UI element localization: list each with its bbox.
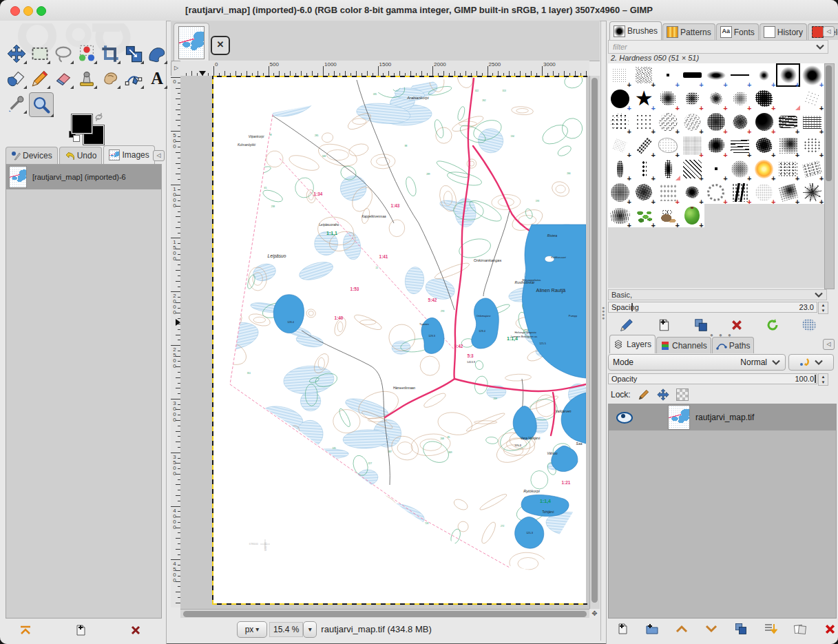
brush-cell-star[interactable]: ★+ xyxy=(632,87,656,110)
tab-devices[interactable]: Devices xyxy=(6,147,58,164)
tool-color-picker[interactable] xyxy=(7,94,26,113)
brush-cell-smoke[interactable]: + xyxy=(776,134,800,157)
brush-cell-bar[interactable]: + xyxy=(680,63,704,87)
tool-free-select[interactable] xyxy=(54,44,73,63)
brush-cell-noise[interactable]: + xyxy=(704,110,729,134)
raise-to-top-button[interactable] xyxy=(14,621,37,639)
brush-cell-specks[interactable]: + xyxy=(776,157,800,180)
tab-layers[interactable]: Layers xyxy=(609,335,656,353)
brush-cell-hlines[interactable]: + xyxy=(728,134,752,157)
brush-cell-circle[interactable]: + xyxy=(608,87,632,110)
brush-cell-hatchrect[interactable]: + xyxy=(800,110,824,134)
open-brush-as-image-button[interactable] xyxy=(802,319,816,331)
brush-cell-fsplat[interactable]: + xyxy=(728,87,752,110)
vertical-ruler[interactable]: 050010001500200025003000350040004500 xyxy=(171,76,181,607)
tab-patterns[interactable]: Patterns xyxy=(662,23,715,40)
new-brush-button[interactable] xyxy=(657,318,671,333)
brush-cell-line[interactable]: + xyxy=(728,63,752,87)
tool-move[interactable] xyxy=(7,44,26,63)
delete-image-button[interactable] xyxy=(124,621,147,639)
brush-cell-drips[interactable]: + xyxy=(632,157,656,180)
image-list-item[interactable]: [rautjarvi_map] (imported)-6 xyxy=(6,165,161,189)
zoom-select-button[interactable]: ▾ xyxy=(303,621,317,638)
brush-cell-figs[interactable]: + xyxy=(656,180,680,204)
brush-cell-soft-s[interactable]: + xyxy=(752,63,776,87)
brush-cell-dot[interactable]: + xyxy=(704,157,729,180)
brush-cell-speck[interactable]: + xyxy=(608,134,632,157)
tool-pencil[interactable] xyxy=(30,69,50,88)
layers-dock-collapse-button[interactable]: ◁ xyxy=(823,339,835,350)
brush-cell-blot[interactable]: + xyxy=(704,134,729,157)
delete-brush-button[interactable] xyxy=(731,319,743,331)
brush-cell-specks[interactable]: + xyxy=(800,157,824,180)
spacing-spinner[interactable]: ▲▼ xyxy=(818,302,828,314)
tool-smudge[interactable] xyxy=(101,69,120,88)
brush-cell-rough[interactable]: + xyxy=(776,110,800,134)
duplicate-layer-button[interactable] xyxy=(729,620,753,638)
swap-colors-icon[interactable] xyxy=(94,112,105,122)
new-layer-group-button[interactable] xyxy=(640,620,664,638)
canvas-horizontal-scrollbar[interactable] xyxy=(180,609,589,619)
brush-cell-blot[interactable]: + xyxy=(680,180,704,204)
image-tab-active[interactable] xyxy=(174,23,209,61)
tab-fonts[interactable]: AaFonts xyxy=(716,23,759,40)
brush-cell-dsplat[interactable]: + xyxy=(752,87,776,110)
tool-rectangle-select[interactable] xyxy=(30,44,50,63)
brush-cell-sketch[interactable]: + xyxy=(656,134,680,157)
brush-cell-wilber[interactable]: + xyxy=(656,204,680,227)
brush-cell-noise[interactable]: + xyxy=(728,110,752,134)
brush-cell-noise[interactable]: + xyxy=(632,180,656,204)
navigation-preview-button[interactable]: ✥ xyxy=(589,609,600,618)
canvas-vertical-scrollbar[interactable] xyxy=(589,76,600,609)
brush-cell-cells[interactable]: + xyxy=(680,110,704,134)
tool-crop[interactable] xyxy=(101,44,120,63)
brush-cell-ring[interactable]: + xyxy=(704,180,729,204)
filter-chevron-icon[interactable] xyxy=(815,44,825,50)
lock-position-icon[interactable] xyxy=(657,388,669,401)
tool-zoom[interactable] xyxy=(29,92,54,117)
spacing-slider[interactable]: Spacing 23.0 xyxy=(608,302,817,313)
unit-select[interactable]: px▾ xyxy=(237,621,267,638)
title-bar[interactable]: [rautjarvi_map] (imported)-6.0 (RGB colo… xyxy=(0,0,838,21)
brush-cell-ftex[interactable]: + xyxy=(752,180,776,204)
brush-cell-splat[interactable]: + xyxy=(704,87,729,110)
opacity-slider[interactable]: Opacity 100.0 xyxy=(608,373,817,384)
tool-bucket-fill[interactable] xyxy=(7,69,26,88)
zoom-value[interactable]: 15.4 % xyxy=(269,622,303,637)
brush-cell-vert[interactable]: + xyxy=(608,157,632,180)
dock-separator-handle[interactable]: ●●●● xyxy=(602,306,605,324)
layer-row[interactable]: rautjarvi_map.tif xyxy=(609,404,836,430)
brush-cell-lscatter[interactable]: + xyxy=(800,134,824,157)
brush-grid-scrollbar[interactable] xyxy=(824,63,835,289)
layer-mode-select[interactable]: Mode Normal xyxy=(608,354,786,371)
foreground-color-swatch[interactable] xyxy=(72,114,92,134)
opacity-spinner[interactable]: ▲▼ xyxy=(818,373,828,386)
brush-cell-burst[interactable]: + xyxy=(800,180,824,204)
canvas-viewport[interactable]: 3549820988272160289593872933132271933691… xyxy=(180,76,589,609)
tab-channels[interactable]: Channels xyxy=(656,337,711,353)
lower-layer-button[interactable] xyxy=(700,620,723,638)
brush-cell-scratch[interactable]: + xyxy=(632,63,656,87)
default-colors-icon-bg[interactable] xyxy=(73,135,80,142)
edit-brush-button[interactable] xyxy=(619,318,634,333)
brush-cell-streak[interactable] xyxy=(656,157,680,180)
tab-images[interactable]: Images xyxy=(103,145,154,164)
brush-filter-field[interactable]: filter xyxy=(608,40,828,54)
brush-cell-soft-m[interactable]: + xyxy=(776,63,800,87)
canvas-image-area[interactable]: 3549820988272160289593872933132271933691… xyxy=(213,77,586,603)
brush-cell-leaves[interactable]: + xyxy=(632,204,656,227)
brush-cell-ink[interactable]: + xyxy=(728,180,752,204)
brush-cell-blank[interactable] xyxy=(776,87,800,110)
mode-group-switch-button[interactable] xyxy=(788,354,834,371)
brush-cell-soft-l[interactable]: + xyxy=(800,63,824,87)
tool-unified-transform[interactable] xyxy=(124,44,143,63)
brush-cell-diag[interactable]: + xyxy=(680,157,704,180)
brush-cell-softblob[interactable]: + xyxy=(728,157,752,180)
dock-separator[interactable] xyxy=(600,21,601,641)
brush-cell-darkball[interactable]: + xyxy=(752,110,776,134)
brush-cell-chalk[interactable]: + xyxy=(632,134,656,157)
lock-pixels-icon[interactable] xyxy=(638,388,650,401)
brush-cell-dot[interactable]: + xyxy=(656,63,680,87)
duplicate-brush-button[interactable] xyxy=(693,318,709,333)
brush-cell-sun[interactable]: + xyxy=(752,157,776,180)
